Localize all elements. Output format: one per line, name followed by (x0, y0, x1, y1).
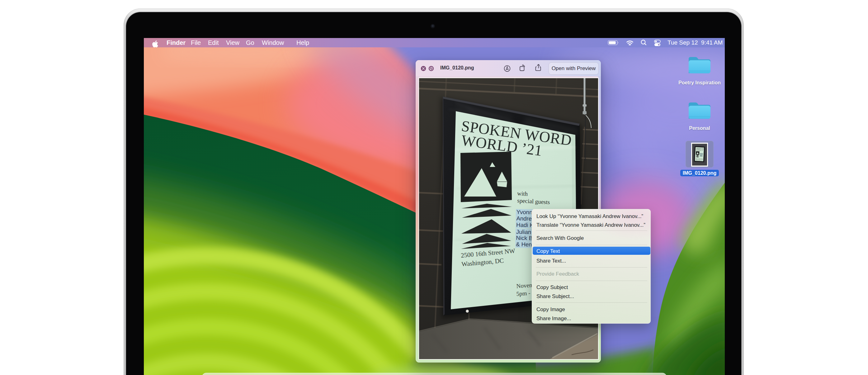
svg-text:with: with (517, 190, 528, 197)
